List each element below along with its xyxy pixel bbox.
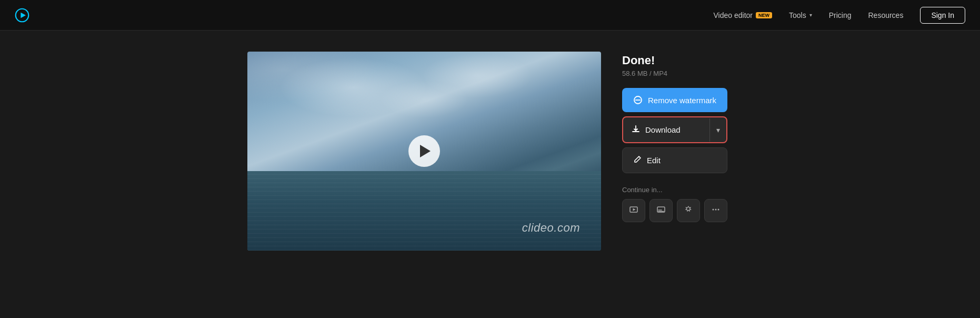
download-button[interactable]: Download [623,117,709,142]
svg-marker-5 [633,208,636,211]
edit-button[interactable]: Edit [622,147,727,173]
nav-tools[interactable]: Tools ▾ [789,11,812,19]
download-label: Download [645,125,681,134]
file-info: 58.6 MB / MP4 [622,69,733,77]
download-chevron-button[interactable]: ▾ [709,118,726,142]
watermark-text: clideo.com [522,221,580,235]
continue-subtitle-icon [656,205,666,216]
continue-grid-button[interactable] [677,199,700,222]
continue-video-icon [629,205,638,216]
svg-point-10 [715,209,717,211]
continue-more-icon [711,205,721,216]
continue-more-button[interactable] [704,199,727,222]
nav-video-editor[interactable]: Video editor NEW [714,11,772,19]
main-content: clideo.com Done! 58.6 MB / MP4 Remove wa… [0,31,980,318]
done-title: Done! [622,54,733,67]
continue-video-button[interactable] [622,199,645,222]
edit-icon [633,155,642,165]
pricing-label: Pricing [829,11,852,19]
file-size: 58.6 MB [622,69,647,77]
nav-pricing[interactable]: Pricing [829,11,852,19]
resources-label: Resources [868,11,903,19]
svg-point-9 [713,209,714,211]
edit-label: Edit [647,156,661,165]
download-icon [632,125,640,135]
download-wrapper: Download ▾ [622,116,727,143]
tools-chevron-icon: ▾ [809,12,812,18]
remove-watermark-label: Remove watermark [648,96,716,105]
logo-icon [15,8,29,23]
file-format: MP4 [653,69,667,77]
continue-icons [622,199,733,222]
header: Video editor NEW Tools ▾ Pricing Resourc… [0,0,980,31]
sidebar-panel: Done! 58.6 MB / MP4 Remove watermark [622,52,733,222]
header-left [15,8,29,23]
tools-label: Tools [789,11,806,19]
continue-subtitle-button[interactable] [649,199,673,222]
video-preview: clideo.com [247,52,601,251]
video-editor-label: Video editor [714,11,753,19]
download-chevron-icon: ▾ [716,126,720,134]
sign-in-button[interactable]: Sign In [920,7,965,24]
header-nav: Video editor NEW Tools ▾ Pricing Resourc… [714,7,965,24]
new-badge: NEW [756,12,772,18]
play-button[interactable] [408,135,440,167]
svg-marker-1 [21,12,26,18]
svg-point-11 [718,209,719,211]
logo[interactable] [15,8,29,23]
file-separator: / [649,69,652,77]
continue-label: Continue in... [622,186,733,194]
remove-watermark-icon [633,95,643,105]
continue-grid-icon [684,205,693,216]
nav-resources[interactable]: Resources [868,11,903,19]
remove-watermark-button[interactable]: Remove watermark [622,88,727,112]
